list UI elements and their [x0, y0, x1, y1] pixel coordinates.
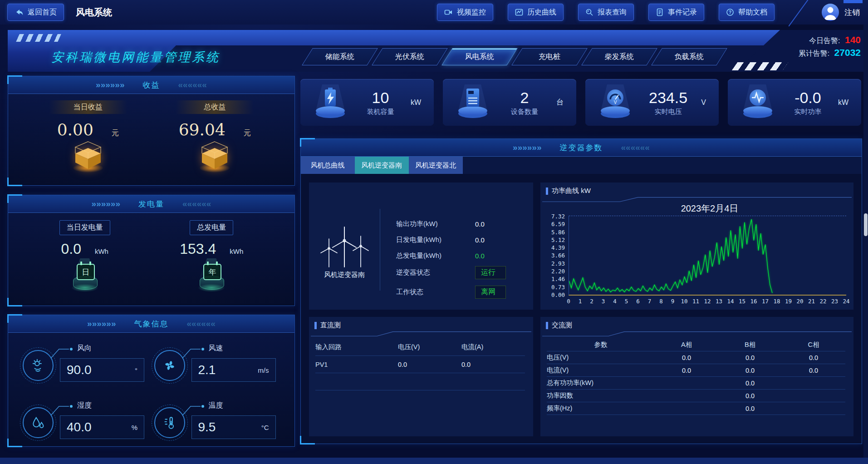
device-count-unit: 台	[556, 98, 564, 107]
power-wave-icon	[734, 84, 781, 121]
ac-side-box: 交流测 参数A相B相C相 电压(V) 0.0 0.0 0.0	[540, 317, 853, 436]
wind-direction-value-box: 90.0 °	[60, 358, 144, 382]
inverter-tabs: 风机总曲线 风机逆变器南 风机逆变器北	[301, 157, 862, 174]
total-generation-value: 153.4	[180, 241, 216, 257]
revenue-panel-title: 收益	[143, 80, 160, 90]
power-curve-box: 功率曲线 kW 2023年2月4日 7.326.595.865.124.393.…	[540, 183, 853, 310]
plot-area[interactable]	[569, 216, 846, 296]
humidity-value-box: 40.0 %	[60, 415, 144, 439]
video-monitor-button[interactable]: 视频监控	[437, 4, 493, 21]
table-row[interactable]: 电流(V) 0.0 0.0 0.0	[547, 364, 845, 377]
total-generation-unit: kWh	[230, 247, 243, 255]
topbar-divider	[788, 0, 809, 27]
ac-phase-b-cell: 0.0	[718, 392, 782, 400]
chevrons-right-icon: »»»»»»	[513, 143, 541, 153]
turbine-info-box: 风机逆变器南 输出功率(kW) 0.0 日发电量(kWh) 0.0	[309, 183, 533, 310]
system-tab[interactable]: 柴发系统	[581, 48, 657, 65]
fan-icon	[154, 350, 185, 381]
wind-speed-value: 2.1	[198, 363, 258, 377]
x-axis-tick: 10	[681, 298, 687, 305]
day-calendar-icon: 日	[70, 259, 99, 292]
system-tab[interactable]: 充电桩	[511, 48, 588, 65]
total-revenue-value: 69.04	[179, 120, 226, 139]
x-axis-tick: 13	[716, 298, 722, 305]
battery-icon	[307, 84, 354, 121]
status-badge: 运行	[475, 266, 506, 279]
ac-param-cell: 总有功功率(kW)	[547, 379, 655, 387]
table-row[interactable]: PV1 0.0 0.0	[315, 356, 525, 373]
table-row[interactable]: 电压(V) 0.0 0.0 0.0	[547, 351, 845, 364]
history-curve-label: 历史曲线	[527, 8, 556, 17]
dc-column-header: 输入回路	[315, 343, 398, 351]
power-chart: 7.326.595.865.124.393.662.932.201.460.73…	[543, 216, 846, 305]
logout-button[interactable]: 注销	[844, 7, 860, 18]
alarm-today-row: 今日告警: 140	[799, 34, 861, 47]
connector-line	[181, 346, 206, 359]
dc-table-header: 输入回路电压(V)电流(A)	[315, 339, 525, 356]
wind-direction-value: 90.0	[67, 363, 135, 377]
inverter-panel-header: »»»»»» 逆变器参数 ««««««	[301, 139, 862, 157]
total-revenue-block: 总收益 69.04 元	[176, 100, 254, 173]
ac-phase-b-cell: 0.0	[718, 367, 782, 374]
report-query-button[interactable]: 报表查询	[578, 4, 634, 21]
inverter-tab[interactable]: 风机逆变器北	[409, 157, 463, 174]
ac-phase-b-cell: 0.0	[718, 354, 782, 361]
humidity-metric: 湿度 40.0 %	[20, 401, 152, 444]
status-label: 逆变器状态	[396, 268, 469, 277]
chevrons-left-icon: ««««««	[621, 143, 650, 153]
accent-bar-icon	[546, 188, 548, 195]
generation-panel: »»»»»» 发电量 «««««« 当日发电量 0.0 kWh 日 总发电量 1…	[8, 195, 295, 306]
table-row[interactable]: 总有功功率(kW) 0.0	[547, 377, 845, 390]
table-row[interactable]	[315, 373, 525, 390]
total-generation-block: 总发电量 153.4 kWh 年	[180, 220, 243, 292]
chevrons-right-icon: »»»»»»	[87, 319, 116, 329]
wind-speed-label: 风速	[209, 344, 223, 353]
system-tab[interactable]: 风电系统	[441, 48, 518, 65]
ac-phase-c-cell: 0.0	[782, 367, 845, 374]
x-axis-tick: 17	[762, 298, 769, 305]
system-tab[interactable]: 储能系统	[302, 48, 378, 65]
system-tab[interactable]: 光伏系统	[372, 48, 448, 65]
realtime-power-value: -0.0	[794, 89, 821, 107]
daily-revenue-value: 0.00	[57, 120, 93, 139]
x-axis-tick: 8	[659, 298, 663, 305]
daily-revenue-block: 当日收益 0.00 元	[49, 100, 127, 173]
dc-column-header: 电流(A)	[461, 343, 525, 351]
inverter-tab[interactable]: 风机逆变器南	[355, 157, 409, 174]
dc-column-header: 电压(V)	[398, 343, 461, 351]
ac-param-cell: 频率(Hz)	[547, 404, 655, 413]
scrollbar-thumb[interactable]	[864, 213, 868, 236]
x-axis-tick: 2	[590, 298, 593, 305]
power-curve-title: 功率曲线 kW	[552, 187, 591, 195]
event-log-button[interactable]: 事件记录	[648, 4, 704, 21]
help-doc-icon: ?	[726, 8, 734, 16]
param-label: 输出功率(kW)	[396, 220, 469, 228]
alarm-summary: 今日告警: 140 累计告警: 27032	[799, 34, 861, 59]
installed-capacity-card: 10 装机容量 kW	[300, 79, 434, 126]
header-decoration-line	[540, 196, 853, 202]
history-curve-button[interactable]: 历史曲线	[508, 4, 564, 21]
table-row[interactable]: 频率(Hz) 0.0	[547, 402, 845, 415]
chevrons-left-icon: ««««««	[187, 319, 216, 329]
ac-phase-a-cell: 0.0	[655, 367, 718, 374]
chevrons-left-icon: ««««««	[182, 199, 211, 209]
daily-generation-block: 当日发电量 0.0 kWh 日	[59, 220, 110, 292]
param-row: 输出功率(kW) 0.0	[396, 217, 529, 231]
scrollbar-track[interactable]	[863, 25, 868, 458]
status-row: 逆变器状态 运行	[396, 265, 529, 280]
topbar: 返回首页 风电系统 视频监控 历史曲线 报表查询	[0, 0, 868, 25]
y-axis-tick: 7.32	[551, 213, 565, 220]
humidity-label: 湿度	[77, 401, 92, 410]
avatar[interactable]	[822, 4, 839, 21]
help-doc-button[interactable]: ? 帮助文档	[719, 4, 775, 21]
system-tab[interactable]: 负载系统	[651, 48, 727, 65]
back-home-button[interactable]: 返回首页	[7, 4, 64, 21]
ac-title: 交流测	[552, 321, 572, 330]
temperature-value: 9.5	[198, 420, 261, 434]
inverter-tab[interactable]: 风机总曲线	[301, 157, 355, 174]
header-decoration-line	[540, 331, 853, 337]
table-row[interactable]: 功率因数 0.0	[547, 390, 845, 402]
help-doc-label: 帮助文档	[738, 8, 767, 17]
alarm-total-row: 累计告警: 27032	[799, 47, 861, 59]
wind-turbine-icon	[318, 222, 371, 270]
